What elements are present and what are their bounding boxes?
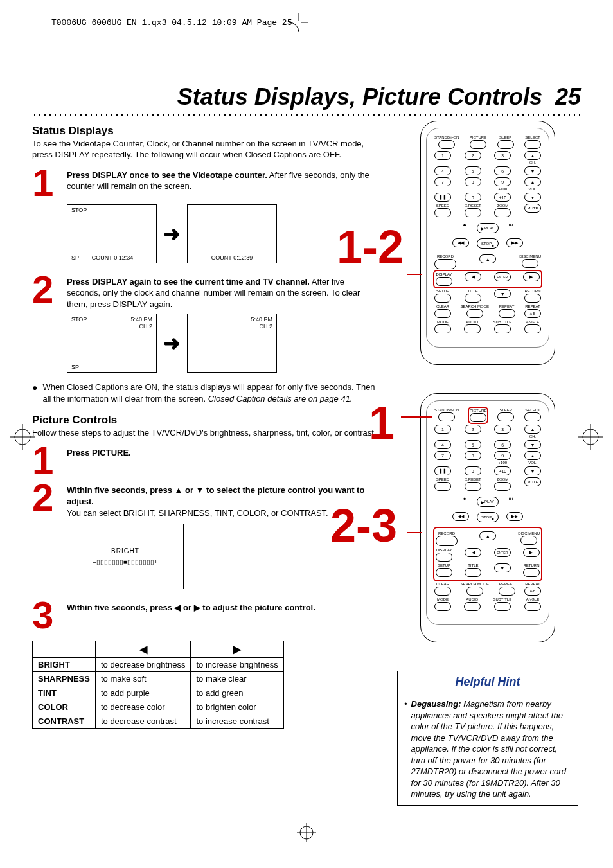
angle-button[interactable] bbox=[524, 324, 541, 333]
plus10-button[interactable]: +10 bbox=[494, 466, 511, 475]
audio-button[interactable] bbox=[464, 324, 481, 333]
stop-button[interactable]: STOP■ bbox=[477, 512, 499, 522]
enter-button[interactable]: ENTER bbox=[494, 548, 511, 557]
vol-up-button[interactable]: ▲ bbox=[524, 451, 541, 460]
mute-button[interactable]: MUTE bbox=[524, 204, 541, 213]
ch-up-button[interactable]: ▲ bbox=[524, 151, 541, 160]
stop-button[interactable]: STOP■ bbox=[477, 238, 499, 249]
page-title: Status Displays, Picture Controls 25 bbox=[32, 84, 581, 111]
select-label: SELECT bbox=[525, 136, 540, 139]
step-number-p2: 2 bbox=[32, 481, 64, 515]
num-9-button[interactable]: 9 bbox=[494, 177, 511, 186]
standby-button[interactable] bbox=[438, 412, 455, 421]
display-button[interactable] bbox=[436, 553, 452, 562]
num-9-button[interactable]: 9 bbox=[494, 451, 511, 460]
ch-down-button[interactable]: ▼ bbox=[524, 440, 541, 449]
num-0-button[interactable]: 0 bbox=[465, 193, 481, 202]
num-2-button[interactable]: 2 bbox=[465, 151, 481, 160]
clear-button[interactable] bbox=[434, 587, 451, 596]
num-2-button[interactable]: 2 bbox=[465, 425, 481, 434]
ch-down-button[interactable]: ▼ bbox=[524, 166, 541, 175]
plus10-button[interactable]: +10 bbox=[494, 193, 511, 202]
sleep-button[interactable] bbox=[497, 412, 514, 421]
repeat-ab-button[interactable]: A-B bbox=[524, 587, 541, 596]
fwd-button[interactable]: ▶▶ bbox=[506, 238, 523, 247]
num-1-button[interactable]: 1 bbox=[434, 151, 451, 160]
num-6-button[interactable]: 6 bbox=[494, 440, 511, 449]
setup-button[interactable] bbox=[436, 568, 452, 577]
num-4-button[interactable]: 4 bbox=[434, 440, 451, 449]
enter-button[interactable]: ENTER bbox=[494, 272, 511, 281]
num-5-button[interactable]: 5 bbox=[465, 440, 481, 449]
select-button[interactable] bbox=[524, 140, 541, 149]
num-1-button[interactable]: 1 bbox=[434, 425, 451, 434]
dpad-left-button[interactable]: ◀ bbox=[465, 272, 481, 281]
num-4-button[interactable]: 4 bbox=[434, 166, 451, 175]
dpad-down-button[interactable]: ▼ bbox=[494, 563, 511, 572]
speed-button[interactable] bbox=[434, 208, 451, 217]
cell: to decrease contrast bbox=[95, 714, 191, 729]
return-button[interactable] bbox=[523, 568, 540, 577]
pause-button[interactable]: ❚❚ bbox=[434, 466, 451, 475]
play-button[interactable]: ▶PLAY bbox=[477, 223, 499, 233]
display-button[interactable] bbox=[436, 277, 452, 286]
select-button[interactable] bbox=[524, 412, 541, 421]
repeat-button[interactable] bbox=[499, 309, 515, 318]
standby-button[interactable] bbox=[438, 140, 455, 149]
num-8-button[interactable]: 8 bbox=[465, 451, 481, 460]
num-8-button[interactable]: 8 bbox=[465, 177, 481, 186]
record-button[interactable] bbox=[434, 259, 456, 269]
clear-button[interactable] bbox=[434, 309, 451, 318]
play-button[interactable]: ▶PLAY bbox=[477, 497, 499, 507]
search-mode-button[interactable] bbox=[466, 587, 483, 596]
setup-button[interactable] bbox=[434, 294, 451, 303]
dpad-down-button[interactable]: ▼ bbox=[494, 289, 511, 298]
zoom-button[interactable] bbox=[494, 208, 511, 217]
dpad-up-button[interactable]: ▲ bbox=[479, 254, 496, 263]
dpad-left-button[interactable]: ◀ bbox=[465, 548, 481, 557]
creset-button[interactable] bbox=[465, 208, 481, 217]
subtitle-button[interactable] bbox=[494, 324, 511, 333]
picture-button[interactable] bbox=[470, 413, 486, 422]
pause-button[interactable]: ❚❚ bbox=[434, 193, 451, 202]
audio-button[interactable] bbox=[464, 602, 481, 611]
speed-button[interactable] bbox=[434, 482, 451, 491]
angle-button[interactable] bbox=[524, 602, 541, 611]
rev-button[interactable]: ◀◀ bbox=[452, 238, 469, 247]
subtitle-button[interactable] bbox=[494, 602, 511, 611]
dpad-up-button[interactable]: ▲ bbox=[479, 531, 496, 540]
step-text: Press PICTURE. bbox=[67, 443, 379, 459]
num-7-button[interactable]: 7 bbox=[434, 177, 451, 186]
title-button[interactable] bbox=[465, 294, 481, 303]
creset-button[interactable] bbox=[465, 482, 481, 491]
num-7-button[interactable]: 7 bbox=[434, 451, 451, 460]
dpad-right-button[interactable]: ▶ bbox=[523, 548, 540, 557]
zoom-button[interactable] bbox=[494, 482, 511, 491]
vol-down-button[interactable]: ▼ bbox=[524, 193, 541, 202]
screen-sp: SP COUNT 0:12:34 bbox=[71, 254, 133, 261]
fwd-button[interactable]: ▶▶ bbox=[506, 512, 523, 521]
dpad-right-button[interactable]: ▶ bbox=[523, 272, 540, 281]
search-mode-button[interactable] bbox=[466, 309, 483, 318]
repeat-ab-button[interactable]: A-B bbox=[524, 309, 541, 318]
vol-down-button[interactable]: ▼ bbox=[524, 466, 541, 475]
repeat-button[interactable] bbox=[499, 587, 515, 596]
num-5-button[interactable]: 5 bbox=[465, 166, 481, 175]
disc-menu-button[interactable] bbox=[520, 536, 537, 545]
return-button[interactable] bbox=[524, 294, 541, 303]
num-3-button[interactable]: 3 bbox=[494, 425, 511, 434]
title-button[interactable] bbox=[465, 568, 481, 577]
mode-button[interactable] bbox=[434, 324, 451, 333]
record-button[interactable] bbox=[436, 536, 458, 546]
disc-menu-button[interactable] bbox=[522, 259, 538, 268]
rev-button[interactable]: ◀◀ bbox=[452, 512, 469, 521]
num-0-button[interactable]: 0 bbox=[465, 466, 481, 475]
num-6-button[interactable]: 6 bbox=[494, 166, 511, 175]
num-3-button[interactable]: 3 bbox=[494, 151, 511, 160]
ch-up-button[interactable]: ▲ bbox=[524, 425, 541, 434]
vol-up-button[interactable]: ▲ bbox=[524, 177, 541, 186]
mute-button[interactable]: MUTE bbox=[524, 477, 541, 486]
sleep-button[interactable] bbox=[497, 140, 514, 149]
mode-button[interactable] bbox=[434, 602, 451, 611]
picture-button[interactable] bbox=[470, 140, 486, 149]
